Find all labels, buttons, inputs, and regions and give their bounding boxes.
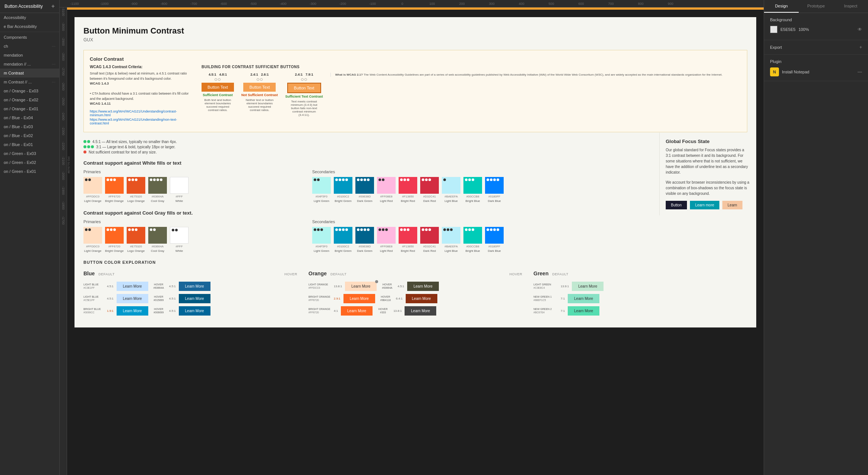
visibility-toggle-icon[interactable]: 👁 (858, 27, 862, 32)
swatch-light-blue: #BAEEFA Light Blue (442, 177, 460, 203)
sidebar-item-green-ex01[interactable]: on / Green - Ex01 (0, 167, 59, 176)
orange-group: Orange DEFAULT HOVER LIGHT ORANGE#FFDCC0… (308, 270, 522, 319)
green-row-2: NEW GREEN 1#88EF1C5 7:1 Learn More (533, 294, 747, 303)
focus-btn-learn-more[interactable]: Learn more (690, 201, 719, 209)
orange-default-btn-1[interactable]: Learn More (345, 282, 377, 291)
canvas[interactable]: Button Minimum Contrast GUX Color Contra… (67, 7, 764, 475)
add-page-button[interactable]: + (51, 3, 55, 10)
green-group-title: Green (533, 270, 548, 276)
swatch-white-gray: #FFF White (170, 227, 189, 253)
wcag-info: What is WCAG 2.1? The Web Content Access… (330, 73, 741, 77)
sidebar-item-ch[interactable]: ch ⋯ (0, 42, 59, 51)
background-section: Background E5E5E5 100% 👁 (764, 13, 868, 40)
green-row-3: NEW GREEN 2#BC67E4 7:1 Learn More (533, 306, 747, 316)
orange-default-btn-2[interactable]: Learn More (343, 294, 375, 303)
green-default-btn-2[interactable]: Learn More (568, 294, 599, 303)
chevron-icon: ⋯ (52, 44, 56, 48)
tab-prototype[interactable]: Prototype (799, 0, 833, 13)
swatch-white: #FFF White (170, 177, 189, 203)
canvas-wrapper: -1100 -1000 -900 -800 -700 -600 -500 -40… (60, 0, 764, 475)
primaries-group-gray: Primaries #FFDDC0 Light Orange (83, 219, 301, 253)
sidebar-item-contrast-active[interactable]: m Contrast (0, 69, 59, 77)
links-section: https://www.w3.org/WAI/WCAG21/Understand… (90, 110, 194, 125)
focus-btn-learn[interactable]: Learn (722, 201, 742, 209)
demo-btn-3[interactable]: Button Text (287, 83, 321, 93)
blue-default-btn-3[interactable]: Learn More (117, 306, 148, 316)
green-row-1: LIGHT GREEN#C3E8C4 13.9:1 Learn More (533, 282, 747, 291)
swatch-cool-gray: #63664A Cool Gray (148, 177, 167, 203)
orange-hover-btn-3[interactable]: Learn More (405, 306, 436, 316)
tab-inspect[interactable]: Inspect (833, 0, 868, 13)
sidebar-item-orange-ex03[interactable]: on / Orange - Ex03 (0, 86, 59, 95)
blue-row-1: LIGHT BLUE#C3E1FF 4.5:1 Learn More HOVER… (83, 282, 297, 291)
coolgray-fills-section: Contrast support against Cool Gray fills… (83, 210, 747, 253)
color-contrast-title: Color Contrast (90, 56, 741, 62)
blue-group: Blue DEFAULT HOVER LIGHT BLUE#C3E1FF 4.5… (83, 270, 297, 319)
swatch-bright-red: #F13850 Bright Red (399, 177, 417, 203)
background-opacity: 100% (798, 27, 809, 32)
tab-design[interactable]: Design (764, 0, 799, 13)
focus-btn-button[interactable]: Button (666, 201, 687, 209)
orange-default-btn-3[interactable]: Learn More (341, 306, 373, 316)
blue-hover-btn-2[interactable]: Learn More (179, 294, 210, 303)
primaries-label-gray: Primaries (83, 219, 301, 224)
sidebar-item-accessibility[interactable]: Accessibility (0, 13, 59, 22)
not-sufficient-label: Not Sufficient Contrast (241, 93, 278, 97)
swatch-bo-gray: #FF6720 Bright Orange (105, 227, 124, 253)
primaries-swatches-gray: #FFDDC0 Light Orange #FF6720 (83, 227, 301, 253)
orange-hover-btn-1[interactable]: Learn More (407, 282, 439, 291)
focus-buttons: Button Learn more Learn (666, 201, 750, 209)
wcag-text: Small text (18px & below) need at minimu… (90, 71, 194, 107)
blue-row-3: BRIGHT BLUE#0099CC 1.9:1 Learn More HOVE… (83, 306, 297, 316)
swatch-light-red: #FF08E8 Light Red (377, 177, 396, 203)
wcag-link-1[interactable]: https://www.w3.org/WAI/WCAG21/Understand… (90, 110, 194, 117)
plugin-item: N Install Notepad — (770, 67, 862, 76)
focus-state-title: Global Focus State (666, 139, 750, 144)
sidebar-item-bar-accessibility[interactable]: e Bar Accessibility (0, 22, 59, 31)
white-fills-section: Contrast support against White fills or … (83, 160, 747, 203)
green-default-btn-1[interactable]: Learn More (572, 282, 604, 291)
green-default-btn-3[interactable]: Learn More (568, 306, 599, 316)
export-add-button[interactable]: + (859, 45, 862, 50)
background-color-preview[interactable] (770, 26, 777, 33)
green-group: Green DEFAULT LIGHT GREEN#C3E8C4 13.9:1 … (533, 270, 747, 319)
orange-hover-btn-2[interactable]: Learn More (406, 294, 437, 303)
sidebar-item-blue-ex02[interactable]: on / Blue - Ex02 (0, 131, 59, 140)
blue-default-btn-1[interactable]: Learn More (117, 282, 148, 291)
background-hex-value: E5E5E5 (780, 27, 795, 32)
blue-hover-btn-1[interactable]: Learn More (179, 282, 210, 291)
sidebar-item-recommendation-sub[interactable]: mendation // ... ⋯ (0, 60, 59, 69)
sidebar-item-contrast-sub[interactable]: m Contrast // ... ⋯ (0, 77, 59, 86)
demo-btn-2[interactable]: Button Text (243, 83, 276, 92)
canvas-id: 4676770 Oct (67, 156, 70, 174)
secondaries-label-gray: Secondaries (312, 219, 747, 224)
color-contrast-box: Color Contrast WCAG 1.4.3 Contrast Crite… (83, 50, 747, 132)
sidebar-item-green-ex03[interactable]: on / Green - Ex03 (0, 149, 59, 158)
dot-red (83, 151, 86, 153)
demo-3: 2.4:1 7.9:1 ⬡⬡ Button Text Sufficient T (285, 73, 323, 117)
blue-hover-btn-3[interactable]: Learn More (179, 306, 210, 316)
blue-default-btn-2[interactable]: Learn More (117, 294, 148, 303)
export-row: Export + (770, 45, 862, 50)
plugin-remove-button[interactable]: — (858, 69, 862, 75)
main-frame: Button Minimum Contrast GUX Color Contra… (75, 17, 756, 327)
primaries-secondaries-white: Primaries (83, 170, 747, 203)
exploration-title: BUTTON COLOR EXPLORATION (83, 260, 747, 265)
demo-desc-3: Text meets contrast minimum (3.4:3) but … (289, 100, 319, 117)
orange-row-2: BRIGHT ORANGE#FF6720 2.9:1 Learn More HO… (308, 294, 522, 303)
swatch-dark-red: #D32C41 Dark Red (420, 177, 439, 203)
sidebar-header: Button Accessibility + (0, 0, 59, 13)
swatch-bright-blue: #00CCB8 Bright Blue (463, 177, 482, 203)
sidebar-item-components[interactable]: Components (0, 33, 59, 42)
sidebar-item-green-ex02[interactable]: on / Green - Ex02 (0, 158, 59, 167)
sidebar-item-recommendation[interactable]: mendation (0, 51, 59, 60)
sidebar-item-orange-ex02[interactable]: on / Orange - Ex02 (0, 95, 59, 104)
wcag-link-2[interactable]: https://www.w3.org/WAI/WCAG21/Understand… (90, 118, 194, 125)
sufficient-text-label: Sufficient Text Contrast (285, 95, 323, 98)
sidebar-item-blue-ex04[interactable]: on / Blue - Ex04 (0, 113, 59, 122)
sidebar-item-blue-ex03[interactable]: on / Blue - Ex03 (0, 122, 59, 131)
sidebar-item-blue-ex01[interactable]: on / Blue - Ex01 (0, 140, 59, 149)
sidebar-item-orange-ex01[interactable]: on / Orange - Ex01 (0, 104, 59, 113)
orange-row-1: LIGHT ORANGE#FFDCC0 13.8:1 Learn More HO… (308, 282, 522, 291)
demo-btn-1[interactable]: Button Text (202, 83, 234, 92)
